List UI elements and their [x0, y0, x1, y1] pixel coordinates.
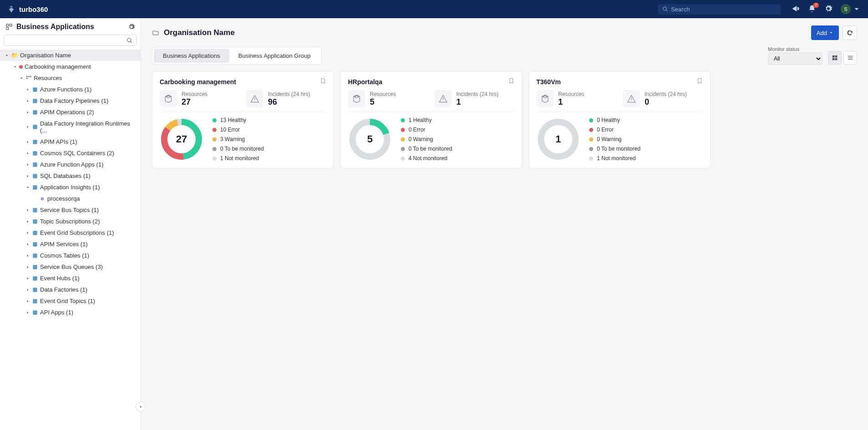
- svg-rect-7: [33, 87, 37, 91]
- tree-item[interactable]: API Apps (1): [0, 307, 141, 318]
- filter-label: Monitor status: [768, 46, 799, 52]
- tree-item[interactable]: Data Factories (1): [0, 284, 141, 295]
- tab-business-application-group[interactable]: Business Application Group: [229, 49, 320, 63]
- tree-item[interactable]: Application Insights (1): [0, 182, 141, 193]
- donut-chart: 1: [536, 117, 580, 161]
- tree-item[interactable]: Event Grid Topics (1): [0, 295, 141, 307]
- tree-item[interactable]: Event Grid Subscriptions (1): [0, 227, 141, 238]
- svg-rect-31: [848, 56, 853, 56]
- apps-icon: [5, 23, 13, 30]
- sidebar-search-input[interactable]: [8, 37, 126, 44]
- tree-item[interactable]: APIM APIs (1): [0, 136, 141, 147]
- tree-item[interactable]: Service Bus Topics (1): [0, 204, 141, 216]
- chevron-right-icon: [25, 265, 30, 269]
- brand-logo[interactable]: turbo360: [7, 5, 48, 13]
- stat-incidents: Incidents (24 hrs)0: [623, 90, 703, 107]
- view-grid-button[interactable]: [828, 51, 842, 65]
- sidebar-settings-icon[interactable]: [128, 23, 135, 30]
- settings-icon[interactable]: [824, 5, 833, 14]
- resource-type-icon: [32, 298, 38, 304]
- svg-rect-23: [33, 276, 37, 280]
- svg-rect-28: [835, 56, 838, 58]
- cube-icon: [164, 94, 173, 103]
- tree-item[interactable]: APIM Operations (2): [0, 106, 141, 118]
- search-icon: [126, 37, 133, 44]
- bookmark-button[interactable]: [320, 78, 326, 86]
- tree-item[interactable]: Cosmos SQL Containers (2): [0, 147, 141, 159]
- tree-item[interactable]: Data Factory Pipelines (1): [0, 95, 141, 106]
- legend-item: 0 Healthy: [589, 117, 703, 123]
- brand-name: turbo360: [19, 5, 48, 13]
- stat-resources: Resources1: [536, 90, 616, 107]
- legend-item: 0 To be monitored: [212, 146, 326, 152]
- chevron-right-icon: [25, 253, 30, 258]
- chevron-right-icon: [25, 99, 30, 103]
- user-menu[interactable]: S: [841, 4, 861, 14]
- svg-rect-29: [833, 58, 835, 61]
- legend-item: 0 Warning: [589, 136, 703, 142]
- legend-item: 10 Error: [212, 126, 326, 133]
- tree-leaf[interactable]: processorqa: [0, 193, 141, 204]
- tree-item[interactable]: SQL Databases (1): [0, 170, 141, 182]
- notifications-icon[interactable]: 7: [808, 5, 816, 14]
- tree-resources[interactable]: Resources: [0, 72, 141, 84]
- svg-rect-6: [26, 77, 28, 79]
- global-search[interactable]: [658, 4, 781, 15]
- search-icon: [662, 6, 668, 12]
- chevron-right-icon: [25, 125, 30, 129]
- chevron-right-icon: [25, 110, 30, 115]
- tree-root[interactable]: 📁Organisation Name: [0, 50, 141, 61]
- svg-rect-24: [33, 288, 37, 292]
- sidebar-tree: 📁Organisation NameCarbooking managementR…: [0, 50, 141, 430]
- resource-type-icon: [32, 124, 38, 130]
- svg-rect-19: [33, 231, 37, 235]
- tree-app[interactable]: Carbooking management: [0, 61, 141, 72]
- insights-icon: [39, 196, 45, 202]
- tree-item[interactable]: Azure Function Apps (1): [0, 159, 141, 170]
- donut-chart: 27: [160, 117, 203, 161]
- svg-rect-30: [835, 58, 838, 61]
- chart-legend: 0 Healthy0 Error0 Warning0 To be monitor…: [589, 117, 703, 162]
- sidebar-search[interactable]: [4, 35, 137, 46]
- bookmark-icon: [508, 78, 515, 84]
- avatar: S: [841, 4, 851, 14]
- tree-item[interactable]: APIM Services (1): [0, 238, 141, 250]
- legend-item: 0 To be monitored: [401, 146, 515, 152]
- search-input[interactable]: [671, 6, 776, 13]
- announcement-icon[interactable]: [792, 5, 800, 14]
- tree-item[interactable]: Topic Subscriptions (2): [0, 216, 141, 227]
- svg-rect-27: [833, 56, 835, 58]
- legend-item: 0 Warning: [401, 136, 515, 142]
- chevron-down-icon: [853, 5, 861, 13]
- view-list-button[interactable]: [843, 51, 857, 65]
- grid-icon: [832, 55, 838, 61]
- tab-business-applications[interactable]: Business Applications: [154, 49, 229, 63]
- svg-rect-8: [33, 99, 37, 103]
- tree-item[interactable]: Data Factory Integration Runtimes (...: [0, 118, 141, 136]
- tree-item[interactable]: Event Hubs (1): [0, 273, 141, 284]
- svg-rect-5: [30, 76, 31, 77]
- chevron-right-icon: [25, 276, 30, 281]
- resource-type-icon: [32, 241, 38, 248]
- warning-icon: [250, 94, 259, 103]
- tree-item[interactable]: Cosmos Tables (1): [0, 250, 141, 261]
- app-card[interactable]: Carbooking management Resources27 Incide…: [152, 71, 334, 168]
- bookmark-button[interactable]: [696, 78, 703, 86]
- refresh-button[interactable]: [843, 25, 857, 40]
- collapse-sidebar-button[interactable]: [136, 402, 146, 412]
- svg-rect-12: [33, 151, 37, 155]
- main-content: Organisation Name Add Business Applicati…: [141, 18, 868, 430]
- resource-type-icon: [32, 264, 38, 270]
- folder-icon: [152, 29, 159, 36]
- monitor-status-select[interactable]: All: [768, 53, 823, 65]
- monitor-status-filter: Monitor status All: [768, 46, 823, 65]
- tree-item[interactable]: Azure Functions (1): [0, 84, 141, 95]
- bookmark-button[interactable]: [508, 78, 515, 86]
- chevron-left-icon: [138, 405, 143, 409]
- sidebar: Business Applications 📁Organisation Name…: [0, 18, 141, 430]
- add-button[interactable]: Add: [811, 25, 839, 40]
- app-card[interactable]: HRportalqa Resources5 Incidents (24 hrs)…: [340, 71, 522, 168]
- app-card[interactable]: T360Vm Resources1 Incidents (24 hrs)0 1 …: [529, 71, 711, 168]
- svg-rect-1: [10, 24, 12, 26]
- tree-item[interactable]: Service Bus Queues (3): [0, 261, 141, 273]
